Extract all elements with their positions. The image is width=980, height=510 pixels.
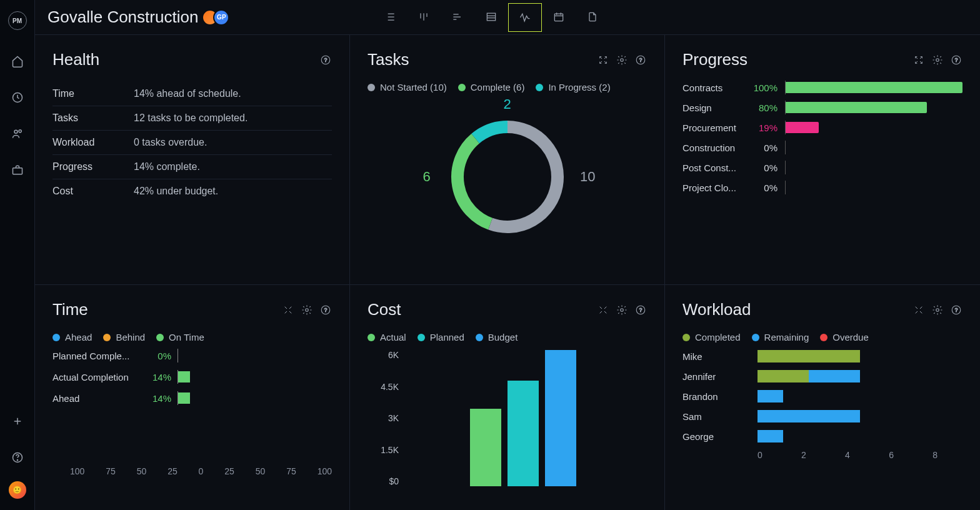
expand-icon[interactable] — [597, 304, 609, 316]
help-icon[interactable]: ? — [634, 54, 647, 66]
gear-icon[interactable] — [931, 54, 944, 66]
view-calendar-icon[interactable] — [542, 0, 576, 35]
svg-rect-3 — [12, 168, 22, 174]
nav-briefcase-icon[interactable] — [5, 158, 30, 182]
legend-label: Complete (6) — [471, 82, 525, 92]
svg-rect-6 — [488, 13, 496, 21]
progress-percent: 0% — [750, 142, 778, 153]
donut-label-notstarted: 10 — [580, 169, 595, 185]
svg-point-2 — [19, 130, 21, 132]
health-label: Cost — [52, 186, 134, 197]
panel-title: Tasks — [368, 50, 597, 69]
expand-icon[interactable] — [912, 304, 925, 316]
workload-segment — [758, 430, 783, 442]
svg-point-13 — [936, 58, 939, 61]
health-label: Tasks — [52, 112, 134, 124]
expand-icon[interactable] — [597, 54, 609, 66]
help-icon[interactable]: ? — [950, 54, 962, 66]
progress-bar-track — [785, 102, 962, 113]
member-avatar[interactable]: GP — [213, 9, 229, 26]
legend-label: Planned — [430, 332, 464, 342]
legend-label: Ahead — [65, 332, 92, 342]
svg-point-19 — [621, 308, 624, 311]
time-row: Planned Comple... 0% — [52, 350, 332, 361]
svg-rect-7 — [555, 14, 563, 21]
panel-progress: Progress ? Contracts 100% Design 80% Pro… — [665, 35, 980, 285]
axis-tick: 4.5K — [381, 382, 399, 392]
view-list-icon[interactable] — [373, 0, 407, 35]
health-row: Tasks12 tasks to be completed. — [52, 106, 332, 131]
workload-bar-track — [758, 430, 962, 442]
legend-dot-icon — [682, 334, 690, 341]
workload-bar-track — [758, 410, 962, 422]
project-members[interactable]: GP — [207, 9, 229, 26]
legend-dot-icon — [820, 334, 828, 341]
time-bar-track — [178, 392, 332, 404]
help-icon[interactable]: ? — [319, 304, 332, 316]
svg-point-1 — [14, 130, 18, 133]
workload-row: Brandon — [682, 390, 962, 402]
help-icon[interactable]: ? — [319, 54, 332, 66]
nav-help-icon[interactable] — [5, 445, 30, 470]
user-avatar[interactable]: 🙂 — [9, 481, 26, 499]
tasks-donut-chart: 2 6 10 — [436, 100, 579, 244]
view-gantt-icon[interactable] — [441, 0, 474, 35]
axis-tick: 0 — [758, 450, 762, 460]
gear-icon[interactable] — [931, 304, 944, 316]
health-value: 14% ahead of schedule. — [134, 88, 241, 99]
time-label: Ahead — [52, 393, 140, 404]
axis-tick: 1.5K — [381, 445, 399, 455]
legend-item: Completed — [682, 332, 741, 342]
workload-segment — [758, 350, 860, 362]
help-icon[interactable]: ? — [950, 304, 962, 316]
legend-item: On Time — [156, 332, 204, 342]
nav-home-icon[interactable] — [5, 49, 30, 74]
workload-segment — [758, 410, 860, 422]
view-board-icon[interactable] — [407, 0, 441, 35]
axis-tick: $0 — [389, 476, 399, 486]
workload-bar-track — [758, 370, 962, 382]
svg-point-10 — [621, 58, 624, 61]
legend-dot-icon — [476, 334, 483, 341]
gear-icon[interactable] — [616, 304, 628, 316]
health-label: Progress — [52, 161, 134, 172]
view-dashboard-icon[interactable] — [508, 3, 542, 32]
workload-segment — [758, 390, 783, 402]
health-value: 0 tasks overdue. — [134, 137, 207, 148]
axis-tick: 50 — [256, 466, 266, 476]
workload-row: Mike — [682, 350, 962, 362]
svg-point-5 — [17, 460, 18, 461]
axis-tick: 75 — [286, 466, 296, 476]
legend-label: In Progress (2) — [548, 82, 610, 92]
progress-row: Project Clo... 0% — [682, 182, 962, 193]
view-table-icon[interactable] — [474, 0, 508, 35]
nav-clock-icon[interactable] — [5, 85, 30, 110]
svg-point-22 — [936, 308, 939, 311]
view-file-icon[interactable] — [576, 0, 609, 35]
progress-row: Construction 0% — [682, 142, 962, 153]
cost-bar-chart: 6K4.5K3K1.5K$0 — [368, 350, 647, 500]
help-icon[interactable]: ? — [634, 304, 647, 316]
workload-bar-track — [758, 350, 962, 362]
axis-tick: 6K — [388, 350, 399, 360]
legend-label: Overdue — [832, 332, 869, 342]
panel-title: Health — [52, 50, 319, 69]
nav-add-icon[interactable] — [5, 409, 30, 434]
logo[interactable]: PM — [8, 11, 27, 30]
gear-icon[interactable] — [301, 304, 313, 316]
axis-tick: 8 — [932, 450, 938, 460]
project-title: Govalle Construction — [48, 8, 198, 27]
health-row: Workload0 tasks overdue. — [52, 131, 332, 155]
time-bar — [178, 371, 190, 382]
progress-bar — [785, 122, 819, 133]
progress-label: Post Const... — [682, 162, 742, 173]
svg-text:?: ? — [955, 58, 958, 63]
svg-text:?: ? — [639, 308, 642, 313]
expand-icon[interactable] — [282, 304, 294, 316]
gear-icon[interactable] — [616, 54, 628, 66]
expand-icon[interactable] — [912, 54, 925, 66]
nav-people-icon[interactable] — [5, 121, 30, 146]
workload-label: Brandon — [682, 391, 758, 402]
svg-text:?: ? — [324, 58, 328, 63]
health-value: 12 tasks to be completed. — [134, 112, 248, 124]
